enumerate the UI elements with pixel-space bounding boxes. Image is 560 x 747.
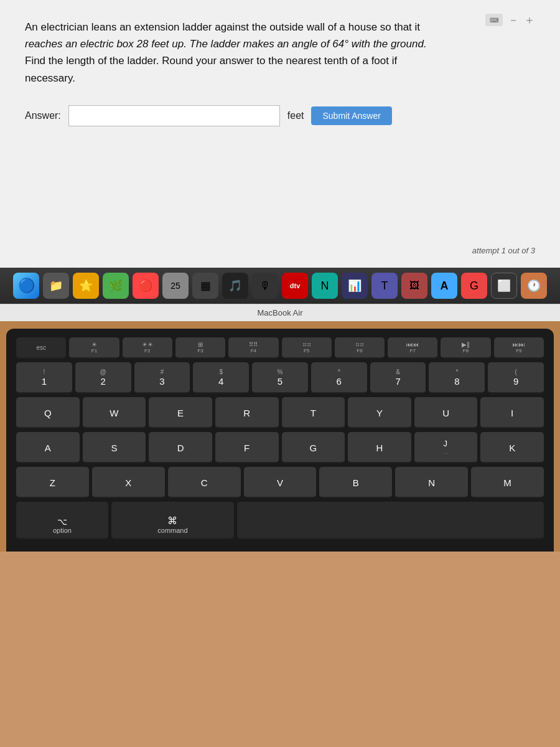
keyboard-area: esc ☀F1 ☀☀F2 ⊞F3 ⠿⠿F4 ⠶⠶F5 ⠶⠶F6 ⏮⏮F7 ▶‖F… — [0, 321, 560, 552]
attempt-counter: attempt 1 out of 3 — [472, 246, 535, 255]
dock-icon-6[interactable]: 🎵 — [222, 273, 248, 299]
key-i[interactable]: I — [480, 397, 544, 428]
dock-finder[interactable]: 🔵 — [13, 273, 39, 299]
key-s[interactable]: S — [83, 432, 146, 463]
keyboard-icons: ⌨ － ＋ — [485, 12, 535, 27]
dock-icon-8[interactable]: 🖼 — [401, 273, 427, 299]
dock-dtv[interactable]: dtv — [282, 273, 308, 299]
key-5[interactable]: %5 — [252, 362, 308, 393]
key-q[interactable]: Q — [16, 397, 80, 428]
screen-area: ⌨ － ＋ An electrician leans an extension … — [0, 0, 560, 268]
key-f8[interactable]: ▶‖F8 — [441, 337, 490, 359]
key-option[interactable]: ⌥ option — [16, 502, 108, 539]
key-m[interactable]: M — [471, 467, 544, 498]
problem-text: An electrician leans an extension ladder… — [25, 19, 535, 87]
key-w[interactable]: W — [83, 397, 146, 428]
answer-label: Answer: — [25, 110, 61, 121]
dock-icon-2[interactable]: ⭐ — [73, 273, 99, 299]
dock-calendar[interactable]: 25 — [162, 273, 189, 299]
key-f3[interactable]: ⊞F3 — [175, 337, 225, 359]
key-command[interactable]: ⌘ command — [111, 502, 234, 539]
submit-answer-button[interactable]: Submit Answer — [311, 106, 391, 125]
modifier-row: ⌥ option ⌘ command — [16, 502, 544, 539]
qwerty-row: Q W E R T Y U I — [16, 397, 544, 428]
key-v[interactable]: V — [244, 467, 317, 498]
key-2[interactable]: @2 — [75, 362, 131, 393]
answer-unit: feet — [287, 110, 304, 121]
key-8[interactable]: *8 — [429, 362, 485, 393]
key-x[interactable]: X — [92, 467, 165, 498]
key-3[interactable]: #3 — [134, 362, 190, 393]
macbook-label: MacBook Air — [0, 304, 560, 321]
key-f6[interactable]: ⠶⠶F6 — [335, 337, 385, 359]
key-r[interactable]: R — [215, 397, 279, 428]
zxcv-row: Z X C V B N M — [16, 467, 544, 498]
key-7[interactable]: &7 — [370, 362, 426, 393]
key-c[interactable]: C — [168, 467, 241, 498]
key-h[interactable]: H — [348, 432, 411, 463]
key-f2[interactable]: ☀☀F2 — [123, 337, 172, 359]
key-6[interactable]: ^6 — [311, 362, 367, 393]
key-space[interactable] — [237, 502, 544, 539]
dock-icon-4[interactable]: 🔴 — [133, 273, 159, 299]
key-z[interactable]: Z — [16, 467, 89, 498]
zoom-in-icon[interactable]: ＋ — [524, 12, 535, 27]
key-f4[interactable]: ⠿⠿F4 — [228, 337, 278, 359]
key-u[interactable]: U — [414, 397, 478, 428]
fn-key-row: esc ☀F1 ☀☀F2 ⊞F3 ⠿⠿F4 ⠶⠶F5 ⠶⠶F6 ⏮⏮F7 ▶‖F… — [16, 337, 544, 359]
dock-icon-10[interactable]: 🕐 — [521, 273, 547, 299]
key-f9[interactable]: ⏭⏭F9 — [494, 337, 544, 359]
key-f5[interactable]: ⠶⠶F5 — [282, 337, 332, 359]
asdf-row: A S D F G H J— K — [16, 432, 544, 463]
dock-chart[interactable]: 📊 — [342, 273, 368, 299]
key-j[interactable]: J— — [414, 432, 478, 463]
key-f1[interactable]: ☀F1 — [69, 337, 119, 359]
zoom-out-icon[interactable]: － — [508, 12, 519, 27]
key-d[interactable]: D — [149, 432, 212, 463]
key-e[interactable]: E — [149, 397, 212, 428]
keyboard-body: esc ☀F1 ☀☀F2 ⊞F3 ⠿⠿F4 ⠶⠶F5 ⠶⠶F6 ⏮⏮F7 ▶‖F… — [6, 329, 554, 552]
number-key-row: !1 @2 #3 $4 %5 ^6 &7 *8 (9 — [16, 362, 544, 393]
key-f[interactable]: F — [215, 432, 279, 463]
dock-icon-7[interactable]: N — [312, 273, 338, 299]
key-f7[interactable]: ⏮⏮F7 — [388, 337, 437, 359]
answer-input[interactable] — [68, 105, 280, 126]
dock-icon-3[interactable]: 🌿 — [103, 273, 129, 299]
dock-a-icon[interactable]: A — [431, 273, 457, 299]
key-9[interactable]: (9 — [488, 362, 544, 393]
dock-text[interactable]: T — [371, 273, 398, 299]
key-n[interactable]: N — [395, 467, 468, 498]
key-b[interactable]: B — [319, 467, 392, 498]
dock-bar: 🔵 📁 ⭐ 🌿 🔴 25 ▦ 🎵 🎙 dtv N 📊 T 🖼 A G ⬜ 🕐 — [0, 268, 560, 304]
key-g[interactable]: G — [282, 432, 345, 463]
key-4[interactable]: $4 — [193, 362, 249, 393]
key-k[interactable]: K — [480, 432, 544, 463]
answer-row: Answer: feet Submit Answer — [25, 105, 535, 126]
dock-google[interactable]: G — [461, 273, 487, 299]
key-t[interactable]: T — [282, 397, 345, 428]
key-1[interactable]: !1 — [16, 362, 72, 393]
dock-podcast[interactable]: 🎙 — [252, 273, 278, 299]
dock-icon-5[interactable]: ▦ — [192, 273, 218, 299]
key-esc[interactable]: esc — [16, 337, 66, 359]
dock-icon-1[interactable]: 📁 — [43, 273, 69, 299]
key-y[interactable]: Y — [348, 397, 411, 428]
key-a[interactable]: A — [16, 432, 80, 463]
dock-icon-9[interactable]: ⬜ — [491, 273, 517, 299]
keyboard-icon: ⌨ — [485, 14, 503, 26]
